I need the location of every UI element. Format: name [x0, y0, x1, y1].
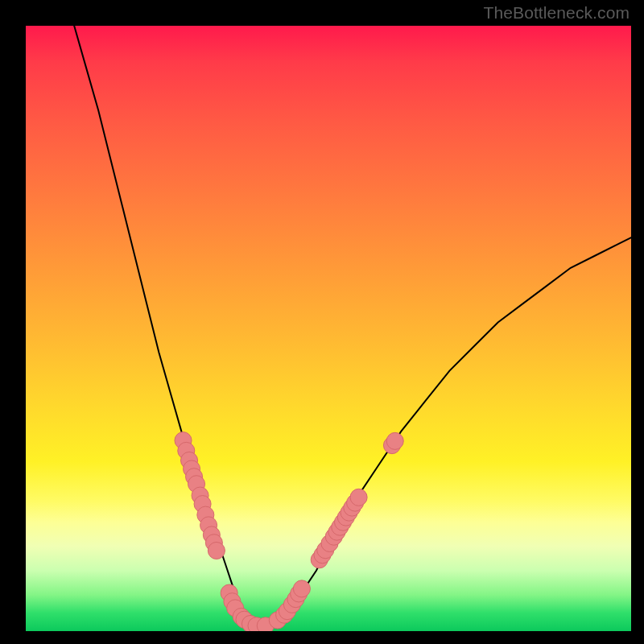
bottleneck-curve	[74, 26, 631, 625]
marker-dot	[293, 580, 310, 597]
marker-dot	[208, 542, 225, 559]
plot-area	[26, 26, 631, 631]
chart-svg	[26, 26, 631, 631]
marker-dot	[350, 489, 367, 506]
marker-dot	[386, 432, 403, 449]
frame: TheBottleneck.com	[0, 0, 644, 644]
curve-markers	[175, 432, 403, 631]
attribution-text: TheBottleneck.com	[484, 3, 630, 23]
